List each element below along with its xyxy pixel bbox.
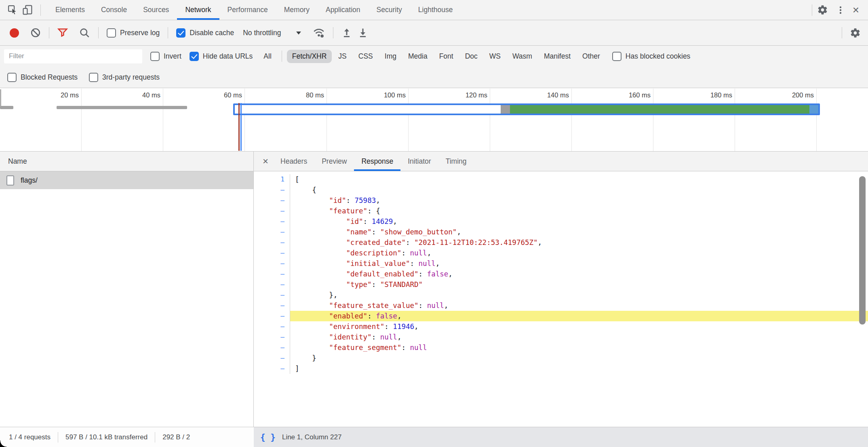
timeline-gridline (571, 89, 572, 151)
pretty-print-braces-icon[interactable]: { } (260, 432, 276, 442)
detail-tab-bar: × HeadersPreviewResponseInitiatorTiming (254, 152, 868, 171)
kebab-menu-icon[interactable] (833, 3, 848, 17)
blocked-requests-toggle[interactable]: Blocked Requests (7, 73, 78, 82)
tab-memory[interactable]: Memory (276, 0, 318, 20)
code-line[interactable]: – { (254, 185, 868, 195)
code-line[interactable]: – "feature_state_value": null, (254, 300, 868, 311)
filter-chip-media[interactable]: Media (403, 50, 433, 63)
overview-request-bar-gray[interactable] (0, 106, 13, 109)
third-party-checkbox[interactable] (89, 73, 98, 82)
invert-checkbox[interactable] (150, 52, 160, 61)
request-name[interactable]: flags/ (21, 176, 38, 185)
filter-chip-doc[interactable]: Doc (460, 50, 483, 63)
import-har-icon[interactable] (341, 27, 352, 38)
tab-network[interactable]: Network (177, 0, 219, 20)
invert-toggle[interactable]: Invert (150, 52, 181, 61)
preserve-log-toggle[interactable]: Preserve log (107, 28, 160, 38)
search-icon[interactable] (79, 27, 90, 38)
device-toolbar-icon[interactable] (19, 3, 36, 17)
tab-lighthouse[interactable]: Lighthouse (410, 0, 461, 20)
divider (333, 27, 333, 38)
code-line[interactable]: – "identity": null, (254, 332, 868, 342)
code-line[interactable]: – } (254, 353, 868, 363)
requests-header[interactable]: Name (0, 152, 253, 171)
filter-chip-all[interactable]: All (258, 50, 276, 63)
code-line[interactable]: – "feature": { (254, 206, 868, 216)
code-line[interactable]: – "initial_value": null, (254, 258, 868, 269)
filter-chip-ws[interactable]: WS (484, 50, 506, 63)
line-number: – (254, 279, 290, 290)
hide-data-urls-checkbox[interactable] (190, 52, 199, 61)
line-content: "default_enabled": false, (290, 269, 868, 279)
filter-funnel-icon[interactable] (57, 28, 68, 38)
has-blocked-cookies-checkbox[interactable] (612, 52, 622, 61)
vertical-scrollbar[interactable] (859, 176, 866, 325)
clear-requests-icon[interactable] (30, 27, 41, 38)
hide-data-urls-toggle[interactable]: Hide data URLs (190, 52, 253, 61)
throttling-select[interactable]: No throttling (243, 29, 301, 37)
filter-chip-fetchxhr[interactable]: Fetch/XHR (287, 50, 332, 63)
filter-chip-manifest[interactable]: Manifest (539, 50, 576, 63)
screen-corner (0, 441, 6, 447)
settings-gear-icon[interactable] (812, 3, 833, 17)
code-line[interactable]: – "enabled": false, (254, 311, 868, 321)
disable-cache-toggle[interactable]: Disable cache (176, 28, 234, 38)
line-number: – (254, 195, 290, 206)
filter-chip-img[interactable]: Img (379, 50, 402, 63)
has-blocked-cookies-toggle[interactable]: Has blocked cookies (612, 52, 691, 61)
code-line[interactable]: – }, (254, 290, 868, 300)
file-icon (6, 175, 14, 186)
code-line[interactable]: – "type": "STANDARD" (254, 279, 868, 290)
code-line[interactable]: – "feature_segment": null (254, 342, 868, 353)
third-party-toggle[interactable]: 3rd-party requests (89, 73, 160, 82)
close-detail-icon[interactable]: × (259, 156, 273, 166)
filter-chip-js[interactable]: JS (333, 50, 352, 63)
code-line[interactable]: – "id": 14629, (254, 216, 868, 227)
filter-chip-font[interactable]: Font (434, 50, 459, 63)
preserve-log-checkbox[interactable] (107, 28, 116, 38)
detail-tab-response[interactable]: Response (354, 152, 400, 171)
tab-console[interactable]: Console (93, 0, 135, 20)
third-party-label: 3rd-party requests (102, 73, 160, 82)
code-line[interactable]: –] (254, 363, 868, 374)
filter-bar: Invert Hide data URLs AllFetch/XHRJSCSSI… (0, 46, 868, 67)
tab-security[interactable]: Security (369, 0, 410, 20)
response-code[interactable]: 1[– {– "id": 75983,– "feature": {– "id":… (254, 171, 868, 427)
inspect-element-icon[interactable] (6, 3, 19, 17)
detail-tab-initiator[interactable]: Initiator (400, 152, 438, 171)
disable-cache-checkbox[interactable] (176, 28, 185, 38)
request-row-flags[interactable]: flags/ (0, 171, 253, 189)
overview-request-bar-gray[interactable] (57, 106, 187, 109)
tab-application[interactable]: Application (318, 0, 369, 20)
code-line[interactable]: – "description": null, (254, 248, 868, 258)
code-line[interactable]: – "created_date": "2021-11-12T10:22:53.4… (254, 237, 868, 248)
name-column-header[interactable]: Name (0, 157, 27, 166)
line-number: – (254, 237, 290, 248)
close-devtools-icon[interactable]: × (848, 4, 864, 16)
filter-input[interactable] (4, 49, 142, 63)
tab-sources[interactable]: Sources (135, 0, 177, 20)
detail-tab-preview[interactable]: Preview (314, 152, 354, 171)
record-button[interactable] (10, 28, 19, 38)
tab-elements[interactable]: Elements (47, 0, 93, 20)
blocked-requests-checkbox[interactable] (7, 73, 17, 82)
network-settings-gear-icon[interactable] (842, 27, 868, 38)
filter-chip-wasm[interactable]: Wasm (507, 50, 537, 63)
filter-chip-other[interactable]: Other (577, 50, 605, 63)
line-content: "description": null, (290, 248, 868, 258)
export-har-icon[interactable] (358, 27, 368, 38)
code-line[interactable]: – "id": 75983, (254, 195, 868, 206)
status-bar: 1 / 4 requests597 B / 10.1 kB transferre… (0, 427, 868, 447)
detail-tab-timing[interactable]: Timing (438, 152, 474, 171)
network-conditions-icon[interactable] (313, 27, 325, 38)
code-line[interactable]: – "default_enabled": false, (254, 269, 868, 279)
overview-selected-request-bar[interactable] (233, 103, 820, 115)
filter-chip-css[interactable]: CSS (353, 50, 378, 63)
code-line[interactable]: – "name": "show_demo_button", (254, 227, 868, 237)
code-line[interactable]: 1[ (254, 174, 868, 185)
tab-performance[interactable]: Performance (219, 0, 276, 20)
request-bar-segment (809, 105, 818, 114)
code-line[interactable]: – "environment": 11946, (254, 321, 868, 332)
network-overview-timeline[interactable]: 20 ms40 ms60 ms80 ms100 ms120 ms140 ms16… (0, 89, 868, 152)
detail-tab-headers[interactable]: Headers (273, 152, 314, 171)
